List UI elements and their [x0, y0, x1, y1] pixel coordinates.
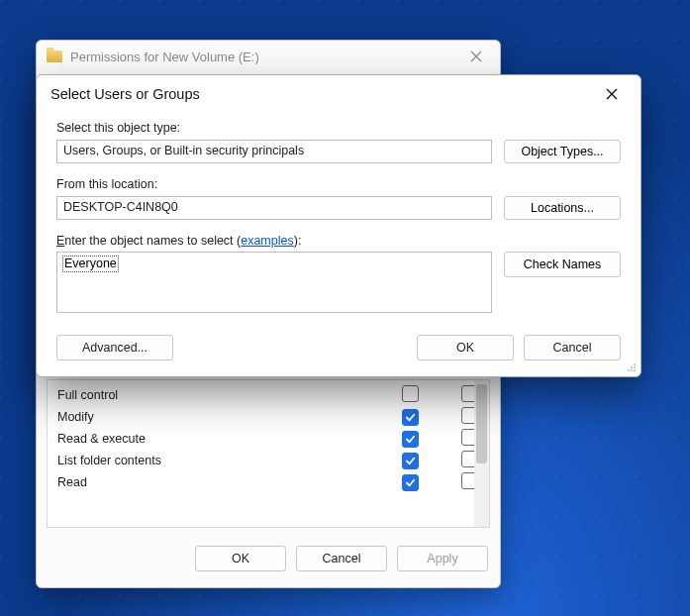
close-icon[interactable]	[462, 47, 490, 66]
object-types-button[interactable]: Object Types...	[504, 140, 621, 163]
scrollbar[interactable]	[474, 380, 489, 527]
permission-label: Full control	[57, 388, 370, 402]
ok-button[interactable]: OK	[195, 546, 286, 571]
ok-button[interactable]: OK	[417, 335, 514, 360]
checkbox-checked-icon[interactable]	[402, 453, 419, 469]
object-names-value: Everyone	[62, 256, 119, 272]
apply-button: Apply	[397, 546, 488, 571]
permissions-titlebar[interactable]: Permissions for New Volume (E:)	[37, 41, 500, 72]
permission-row: Read	[48, 471, 489, 493]
permission-row: Modify	[48, 406, 489, 428]
cancel-button[interactable]: Cancel	[296, 546, 387, 571]
enter-names-label: Enter the object names to select (exampl…	[56, 234, 621, 248]
folder-icon	[47, 51, 62, 62]
select-users-titlebar[interactable]: Select Users or Groups	[37, 75, 641, 113]
svg-point-2	[634, 366, 636, 368]
examples-link[interactable]: examples	[241, 234, 294, 248]
svg-point-3	[628, 369, 630, 371]
advanced-button[interactable]: Advanced...	[56, 335, 173, 360]
checkbox-checked-icon[interactable]	[402, 474, 419, 491]
checkbox-checked-icon[interactable]	[402, 431, 419, 448]
location-field: DESKTOP-C4IN8Q0	[56, 196, 492, 220]
object-names-input[interactable]: Everyone	[56, 252, 492, 313]
permission-row: List folder contents	[48, 450, 489, 471]
resize-grip-icon[interactable]	[625, 360, 637, 372]
object-type-field: Users, Groups, or Built-in security prin…	[56, 140, 492, 163]
permission-label: Modify	[57, 410, 370, 424]
locations-button[interactable]: Locations...	[504, 196, 621, 220]
permission-row: Read & execute	[48, 428, 489, 450]
check-names-button[interactable]: Check Names	[504, 252, 621, 277]
svg-point-0	[634, 363, 636, 365]
svg-point-1	[631, 366, 633, 368]
checkbox-checked-icon[interactable]	[402, 409, 419, 426]
checkbox-icon[interactable]	[402, 385, 419, 402]
svg-point-4	[631, 369, 633, 371]
permissions-title: Permissions for New Volume (E:)	[70, 50, 259, 64]
dialog-title: Select Users or Groups	[50, 86, 200, 102]
permission-label: List folder contents	[57, 454, 370, 467]
permission-label: Read & execute	[57, 432, 370, 446]
close-icon[interactable]	[597, 82, 627, 106]
object-type-label: Select this object type:	[56, 121, 621, 135]
permission-row: Full control	[48, 384, 489, 406]
select-users-dialog: Select Users or Groups Select this objec…	[36, 74, 641, 377]
location-label: From this location:	[56, 177, 621, 191]
permissions-list: Full controlModifyRead & executeList fol…	[47, 379, 490, 528]
svg-point-5	[634, 369, 636, 371]
permission-label: Read	[57, 475, 370, 489]
cancel-button[interactable]: Cancel	[524, 335, 621, 360]
